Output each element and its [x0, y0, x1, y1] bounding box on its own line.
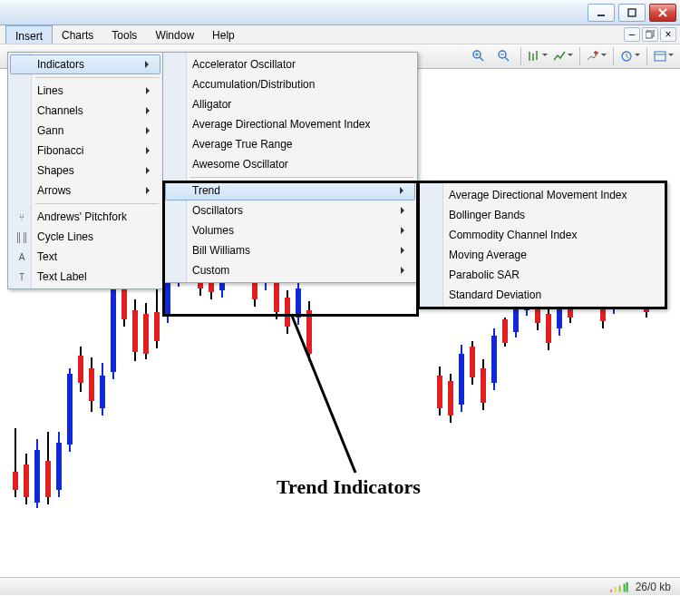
chevron-right-icon	[146, 167, 153, 174]
indicators-menu-item-trend[interactable]: Trend	[165, 181, 415, 200]
connection-signal-icon	[610, 582, 628, 592]
chevron-right-icon	[146, 87, 153, 94]
menubar-tools[interactable]: Tools	[102, 25, 146, 44]
chevron-right-icon	[401, 227, 408, 234]
menu-item-label: Commodity Channel Index	[449, 229, 577, 241]
minus-icon: –	[629, 28, 636, 41]
chevron-right-icon	[401, 267, 408, 274]
menu-item-label: Text	[37, 250, 57, 263]
chevron-right-icon	[146, 127, 153, 134]
menu-separator	[190, 177, 413, 178]
doc-restore-button[interactable]	[642, 27, 658, 42]
zoom-in-button[interactable]	[468, 46, 490, 66]
menu-item-label: Cycle Lines	[37, 230, 93, 243]
svg-rect-3	[646, 32, 652, 38]
bar-chart-icon	[528, 50, 540, 63]
menu-item-label: Parabolic SAR	[449, 269, 520, 281]
doc-close-button[interactable]: ×	[660, 27, 676, 42]
insert-menu-item-channels[interactable]: Channels	[10, 101, 160, 121]
indicators-menu-item-oscillators[interactable]: Oscillators	[165, 200, 415, 220]
close-icon	[658, 8, 667, 17]
menubar-window[interactable]: Window	[146, 25, 203, 44]
indicators-menu-item-alligator[interactable]: Alligator	[165, 94, 415, 114]
trend-menu-item-average-directional-movement-index[interactable]: Average Directional Movement Index	[422, 185, 663, 205]
window-titlebar	[0, 0, 680, 25]
menu-item-label: Bill Williams	[192, 244, 250, 257]
insert-menu-item-cycle-lines[interactable]: ║║Cycle Lines	[10, 227, 160, 247]
insert-menu-item-text-label[interactable]: TText Label	[10, 267, 160, 287]
indicators-menu-item-custom[interactable]: Custom	[165, 260, 415, 280]
text-icon: A	[14, 249, 30, 264]
insert-menu-item-arrows[interactable]: Arrows	[10, 181, 160, 200]
menu-item-label: Arrows	[37, 184, 71, 197]
doc-minimize-button[interactable]: –	[624, 27, 640, 42]
menu-item-label: Average True Range	[192, 138, 293, 151]
chevron-right-icon	[401, 247, 408, 254]
indicators-menu-item-average-directional-movement-index[interactable]: Average Directional Movement Index	[165, 114, 415, 134]
line-chart-button[interactable]	[552, 46, 574, 66]
menu-item-label: Average Directional Movement Index	[192, 118, 371, 131]
templates-button[interactable]	[653, 46, 675, 66]
insert-menu-item-text[interactable]: AText	[10, 247, 160, 267]
menu-item-label: Andrews' Pitchfork	[37, 210, 127, 223]
chevron-right-icon	[146, 147, 153, 154]
menu-item-label: Average Directional Movement Index	[449, 189, 627, 201]
bar-chart-button[interactable]	[527, 46, 549, 66]
indicators-menu-item-accelerator-oscillator[interactable]: Accelerator Oscillator	[165, 54, 415, 74]
plus-chart-icon	[587, 50, 599, 63]
menu-item-label: Volumes	[192, 224, 234, 237]
toolbar-separator	[579, 47, 580, 65]
menubar-help[interactable]: Help	[203, 25, 244, 44]
menu-item-label: Moving Average	[449, 249, 527, 261]
document-controls-bar: – ×	[620, 25, 680, 44]
menu-item-label: Awesome Oscillator	[192, 158, 288, 171]
menu-item-label: Trend	[192, 184, 220, 197]
add-indicator-button[interactable]	[586, 46, 607, 66]
indicators-menu-item-bill-williams[interactable]: Bill Williams	[165, 240, 415, 260]
menu-item-label: Accumulation/Distribution	[192, 78, 315, 91]
insert-menu-item-andrews-pitchfork[interactable]: ⑂Andrews' Pitchfork	[10, 207, 160, 227]
toolbar-separator	[613, 47, 614, 65]
insert-menu-item-gann[interactable]: Gann	[10, 121, 160, 141]
insert-menu: IndicatorsLinesChannelsGannFibonacciShap…	[7, 52, 163, 289]
cycle-icon: ║║	[14, 230, 30, 244]
menu-item-label: Text Label	[37, 270, 87, 283]
menu-item-label: Alligator	[192, 98, 231, 111]
indicators-menu-item-average-true-range[interactable]: Average True Range	[165, 134, 415, 154]
trend-menu-item-parabolic-sar[interactable]: Parabolic SAR	[422, 265, 663, 285]
indicators-menu-item-awesome-oscillator[interactable]: Awesome Oscillator	[165, 154, 415, 174]
transfer-status: 26/0 kb	[636, 581, 671, 593]
zoom-in-icon	[471, 49, 486, 64]
trend-menu-item-bollinger-bands[interactable]: Bollinger Bands	[422, 205, 663, 225]
statusbar: 26/0 kb	[0, 577, 680, 595]
insert-menu-item-shapes[interactable]: Shapes	[10, 161, 160, 181]
insert-menu-item-lines[interactable]: Lines	[10, 81, 160, 101]
trend-menu-item-commodity-channel-index[interactable]: Commodity Channel Index	[422, 225, 663, 245]
zoom-out-icon	[497, 49, 511, 64]
menu-item-label: Indicators	[37, 58, 84, 71]
pitchfork-icon: ⑂	[14, 210, 30, 224]
chevron-right-icon	[400, 187, 407, 194]
trend-menu-item-standard-deviation[interactable]: Standard Deviation	[422, 285, 663, 305]
zoom-out-button[interactable]	[493, 46, 515, 66]
x-icon: ×	[665, 28, 671, 41]
toolbar-separator	[520, 47, 521, 65]
trend-menu-item-moving-average[interactable]: Moving Average	[422, 245, 663, 265]
minimize-icon	[597, 8, 606, 17]
periodicity-button[interactable]	[619, 46, 641, 66]
menubar: Insert Charts Tools Window Help	[0, 25, 680, 44]
textlabel-icon: T	[14, 269, 30, 284]
menubar-insert[interactable]: Insert	[5, 25, 53, 44]
menu-item-label: Standard Deviation	[449, 288, 541, 301]
window-maximize-button[interactable]	[618, 4, 646, 22]
indicators-menu-item-accumulation-distribution[interactable]: Accumulation/Distribution	[165, 74, 415, 94]
svg-rect-0	[597, 15, 605, 16]
menubar-charts[interactable]: Charts	[53, 25, 102, 44]
menu-separator	[35, 77, 159, 78]
maximize-icon	[627, 8, 636, 17]
window-minimize-button[interactable]	[588, 4, 615, 22]
insert-menu-item-indicators[interactable]: Indicators	[10, 54, 160, 74]
insert-menu-item-fibonacci[interactable]: Fibonacci	[10, 141, 160, 161]
indicators-menu-item-volumes[interactable]: Volumes	[165, 220, 415, 240]
window-close-button[interactable]	[649, 4, 676, 22]
